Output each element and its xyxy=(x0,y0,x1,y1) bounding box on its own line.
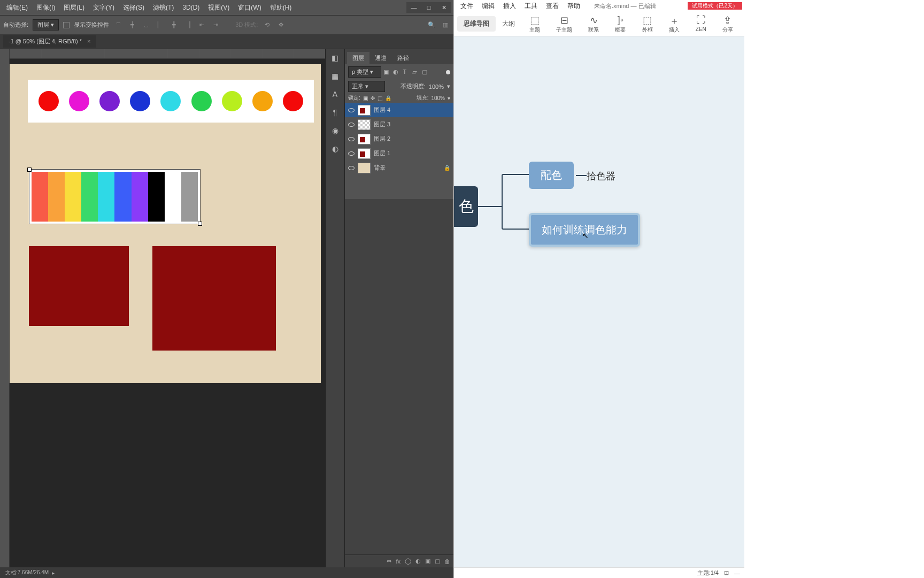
menu-edit[interactable]: 编辑(E) xyxy=(2,3,32,12)
zoom-fit-icon[interactable]: ⊡ xyxy=(724,569,729,576)
filter-shape-icon[interactable]: ▱ xyxy=(412,69,420,76)
align-bottom-icon[interactable]: ⎵ xyxy=(141,20,151,30)
filter-type-icon[interactable]: T xyxy=(403,69,410,76)
tab-mindmap[interactable]: 思维导图 xyxy=(457,16,496,32)
xm-menu-view[interactable]: 查看 xyxy=(542,2,563,11)
document-tab[interactable]: -1 @ 50% (图层 4, RGB/8) *× xyxy=(3,35,96,48)
filter-smart-icon[interactable]: ▢ xyxy=(422,69,429,76)
summary-button[interactable]: ]◦概要 xyxy=(610,13,631,35)
show-controls-checkbox[interactable] xyxy=(63,22,70,28)
node-color-scheme[interactable]: 配色 xyxy=(529,162,574,189)
tab-channels[interactable]: 通道 xyxy=(369,52,392,64)
adjustment-icon[interactable]: ◐ xyxy=(415,558,421,565)
xm-menu-insert[interactable]: 插入 xyxy=(499,2,520,11)
lock-all-icon[interactable]: 🔒 xyxy=(385,95,391,101)
menu-3d[interactable]: 3D(D) xyxy=(178,4,204,11)
distribute-icon[interactable]: ⇤ xyxy=(197,20,206,30)
paragraph-icon[interactable]: ¶ xyxy=(333,108,337,117)
lock-artboard-icon[interactable]: ⬚ xyxy=(378,95,382,101)
maximize-button[interactable]: □ xyxy=(421,2,436,13)
tab-paths[interactable]: 路径 xyxy=(392,52,414,64)
menu-help[interactable]: 帮助(H) xyxy=(266,3,296,12)
auto-select-dropdown[interactable]: 图层 ▾ xyxy=(33,19,59,31)
fill-value[interactable]: 100% xyxy=(431,95,445,101)
align-left-icon[interactable]: ▏ xyxy=(155,20,165,30)
filter-type-dropdown[interactable]: ρ 类型 ▾ xyxy=(348,66,381,78)
relation-button[interactable]: ∿联系 xyxy=(583,13,604,35)
node-training-selected[interactable]: 如何训练调色能力 xyxy=(529,213,640,247)
delete-layer-icon[interactable]: 🗑 xyxy=(444,558,450,565)
palette-box[interactable] xyxy=(29,169,201,224)
leaf-color-picker[interactable]: 拾色器 xyxy=(587,170,615,182)
xm-menu-file[interactable]: 文件 xyxy=(456,2,478,11)
link-layers-icon[interactable]: ⇔ xyxy=(387,558,391,565)
layer-name[interactable]: 图层 3 xyxy=(374,120,390,128)
layer-name[interactable]: 背景 xyxy=(374,164,386,172)
lock-pixels-icon[interactable]: ▣ xyxy=(363,95,368,101)
layer-name[interactable]: 图层 2 xyxy=(374,135,390,143)
group-icon[interactable]: ▣ xyxy=(425,558,430,565)
layer-name[interactable]: 图层 4 xyxy=(374,106,390,114)
xm-menu-edit[interactable]: 编辑 xyxy=(478,2,499,11)
fx-icon[interactable]: fx xyxy=(396,558,401,565)
xm-canvas[interactable]: 色 配色 拾色器 如何训练调色能力 ↖ xyxy=(454,36,744,567)
layer-row[interactable]: 图层 3 xyxy=(345,117,453,132)
pan-icon[interactable]: ✥ xyxy=(276,20,286,30)
history-icon[interactable]: ◧ xyxy=(332,54,338,62)
filter-pixel-icon[interactable]: ▣ xyxy=(383,69,391,76)
layer-row[interactable]: 背景 🔒 xyxy=(345,161,453,175)
swatches-icon[interactable]: ▦ xyxy=(332,72,338,80)
minimize-button[interactable]: — xyxy=(406,2,421,13)
filter-toggle[interactable] xyxy=(446,70,450,74)
visibility-icon[interactable] xyxy=(348,137,355,141)
visibility-icon[interactable] xyxy=(348,108,355,112)
zoom-out-icon[interactable]: — xyxy=(734,570,740,576)
xm-menu-tools[interactable]: 工具 xyxy=(520,2,542,11)
menu-type[interactable]: 文字(Y) xyxy=(89,3,119,12)
subtopic-button[interactable]: ⊟子主题 xyxy=(551,13,578,35)
zen-button[interactable]: ⛶ZEN xyxy=(690,13,712,35)
boundary-button[interactable]: ⬚外框 xyxy=(637,13,658,35)
trial-badge[interactable]: 试用模式（已2天） xyxy=(688,2,742,10)
align-right-icon[interactable]: ▕ xyxy=(183,20,192,30)
filter-adjust-icon[interactable]: ◐ xyxy=(393,69,401,76)
opacity-value[interactable]: 100% xyxy=(429,83,444,90)
search-icon[interactable]: 🔍 xyxy=(427,20,436,30)
menu-image[interactable]: 图像(I) xyxy=(32,3,59,12)
close-button[interactable]: ✕ xyxy=(436,2,451,13)
orbit-icon[interactable]: ⟲ xyxy=(262,20,272,30)
menu-layer[interactable]: 图层(L) xyxy=(59,3,89,12)
blend-mode-dropdown[interactable]: 正常 ▾ xyxy=(348,81,385,92)
menu-filter[interactable]: 滤镜(T) xyxy=(149,3,178,12)
insert-button[interactable]: ＋插入 xyxy=(664,13,685,35)
xm-menu-help[interactable]: 帮助 xyxy=(563,2,584,11)
styles-icon[interactable]: ◉ xyxy=(332,126,338,135)
visibility-icon[interactable] xyxy=(348,151,355,156)
brushes-icon[interactable]: ◐ xyxy=(332,144,338,153)
new-layer-icon[interactable]: ▢ xyxy=(435,558,440,565)
layer-row[interactable]: 图层 4 xyxy=(345,103,453,117)
menu-select[interactable]: 选择(S) xyxy=(119,3,149,12)
share-button[interactable]: ⇪分享 xyxy=(717,13,738,35)
character-icon[interactable]: A xyxy=(333,90,337,98)
menu-view[interactable]: 视图(V) xyxy=(204,3,234,12)
root-node[interactable]: 色 xyxy=(454,186,478,227)
layer-row[interactable]: 图层 2 xyxy=(345,132,453,146)
tab-layers[interactable]: 图层 xyxy=(347,52,369,64)
distribute2-icon[interactable]: ⇥ xyxy=(211,20,220,30)
layer-row[interactable]: 图层 1 xyxy=(345,146,453,161)
align-top-icon[interactable]: ⎴ xyxy=(113,20,123,30)
lock-position-icon[interactable]: ✜ xyxy=(371,95,375,101)
mask-icon[interactable]: ◯ xyxy=(405,558,411,565)
close-tab-icon[interactable]: × xyxy=(87,38,90,44)
topic-button[interactable]: ⬚主题 xyxy=(524,13,545,35)
menu-window[interactable]: 窗口(W) xyxy=(234,3,265,12)
tab-outline[interactable]: 大纲 xyxy=(496,16,521,32)
align-vcenter-icon[interactable]: ┿ xyxy=(127,20,137,30)
align-hcenter-icon[interactable]: ╋ xyxy=(169,20,179,30)
workspace-icon[interactable]: ▥ xyxy=(441,20,450,30)
visibility-icon[interactable] xyxy=(348,123,355,127)
visibility-icon[interactable] xyxy=(348,166,355,170)
layer-name[interactable]: 图层 1 xyxy=(374,149,390,157)
canvas[interactable] xyxy=(10,64,321,383)
